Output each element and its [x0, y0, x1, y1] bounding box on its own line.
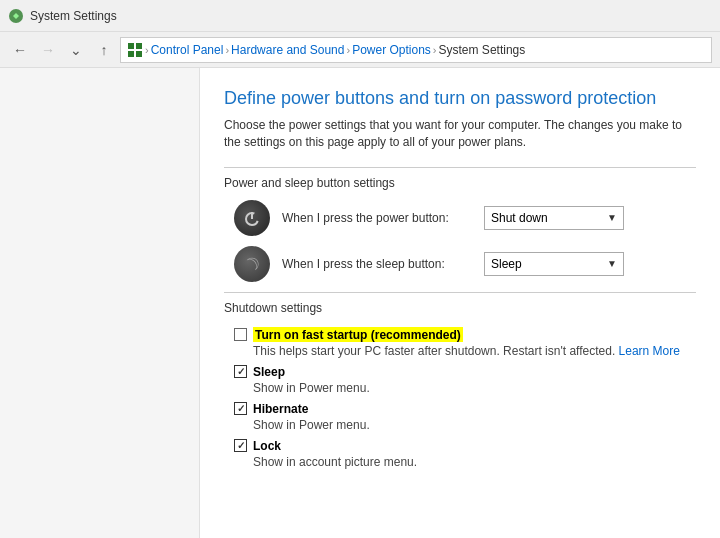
fast-startup-text: Turn on fast startup (recommended) This …: [253, 327, 680, 358]
breadcrumb-hardware-sound[interactable]: Hardware and Sound: [231, 43, 344, 57]
section-divider-1: [224, 167, 696, 168]
breadcrumb: › Control Panel › Hardware and Sound › P…: [120, 37, 712, 63]
svg-rect-4: [136, 51, 142, 57]
dropdown-button[interactable]: ⌄: [64, 38, 88, 62]
power-dropdown-arrow-icon: ▼: [607, 212, 617, 223]
control-panel-icon: [127, 42, 143, 58]
fast-startup-checkbox[interactable]: [234, 328, 247, 341]
moon-icon: ☾: [239, 250, 265, 277]
power-button-value: Shut down: [491, 211, 548, 225]
svg-rect-1: [128, 43, 134, 49]
shutdown-section-label: Shutdown settings: [224, 301, 696, 315]
sleep-button-value: Sleep: [491, 257, 522, 271]
sleep-button-icon: ☾: [234, 246, 270, 282]
title-bar-label: System Settings: [30, 9, 117, 23]
page-title: Define power buttons and turn on passwor…: [224, 88, 696, 109]
sleep-button-label: When I press the sleep button:: [282, 257, 472, 271]
fast-startup-desc: This helps start your PC faster after sh…: [253, 344, 680, 358]
content-area: Define power buttons and turn on passwor…: [200, 68, 720, 538]
fast-startup-title: Turn on fast startup (recommended): [255, 328, 461, 342]
svg-rect-2: [136, 43, 142, 49]
breadcrumb-power-options[interactable]: Power Options: [352, 43, 431, 57]
nav-bar: ← → ⌄ ↑ › Control Panel › Hardware and S…: [0, 32, 720, 68]
sleep-dropdown-arrow-icon: ▼: [607, 258, 617, 269]
sleep-button-dropdown[interactable]: Sleep ▼: [484, 252, 624, 276]
button-settings: When I press the power button: Shut down…: [234, 200, 696, 282]
sleep-button-row: ☾ When I press the sleep button: Sleep ▼: [234, 246, 696, 282]
section-divider-2: [224, 292, 696, 293]
power-sleep-section-label: Power and sleep button settings: [224, 176, 696, 190]
main-content: Define power buttons and turn on passwor…: [0, 68, 720, 538]
hibernate-item: Hibernate Show in Power menu.: [234, 401, 696, 432]
page-description: Choose the power settings that you want …: [224, 117, 696, 151]
power-button-icon: [234, 200, 270, 236]
shutdown-section: Turn on fast startup (recommended) This …: [224, 327, 696, 469]
breadcrumb-control-panel[interactable]: Control Panel: [151, 43, 224, 57]
up-button[interactable]: ↑: [92, 38, 116, 62]
hibernate-item-desc: Show in Power menu.: [253, 418, 370, 432]
svg-rect-3: [128, 51, 134, 57]
hibernate-text: Hibernate Show in Power menu.: [253, 401, 370, 432]
learn-more-link[interactable]: Learn More: [619, 344, 680, 358]
lock-text: Lock Show in account picture menu.: [253, 438, 417, 469]
lock-item-desc: Show in account picture menu.: [253, 455, 417, 469]
hibernate-checkbox[interactable]: [234, 402, 247, 415]
app-icon: [8, 8, 24, 24]
breadcrumb-system-settings: System Settings: [439, 43, 526, 57]
sleep-item-title: Sleep: [253, 365, 285, 379]
sleep-item-desc: Show in Power menu.: [253, 381, 370, 395]
power-button-row: When I press the power button: Shut down…: [234, 200, 696, 236]
lock-item: Lock Show in account picture menu.: [234, 438, 696, 469]
lock-checkbox[interactable]: [234, 439, 247, 452]
sidebar: [0, 68, 200, 538]
hibernate-item-title: Hibernate: [253, 402, 308, 416]
sleep-item: Sleep Show in Power menu.: [234, 364, 696, 395]
back-button[interactable]: ←: [8, 38, 32, 62]
power-symbol-icon: [242, 208, 262, 228]
lock-item-title: Lock: [253, 439, 281, 453]
sleep-checkbox[interactable]: [234, 365, 247, 378]
title-bar: System Settings: [0, 0, 720, 32]
fast-startup-item: Turn on fast startup (recommended) This …: [234, 327, 696, 358]
forward-button[interactable]: →: [36, 38, 60, 62]
power-button-label: When I press the power button:: [282, 211, 472, 225]
sleep-text: Sleep Show in Power menu.: [253, 364, 370, 395]
power-button-dropdown[interactable]: Shut down ▼: [484, 206, 624, 230]
